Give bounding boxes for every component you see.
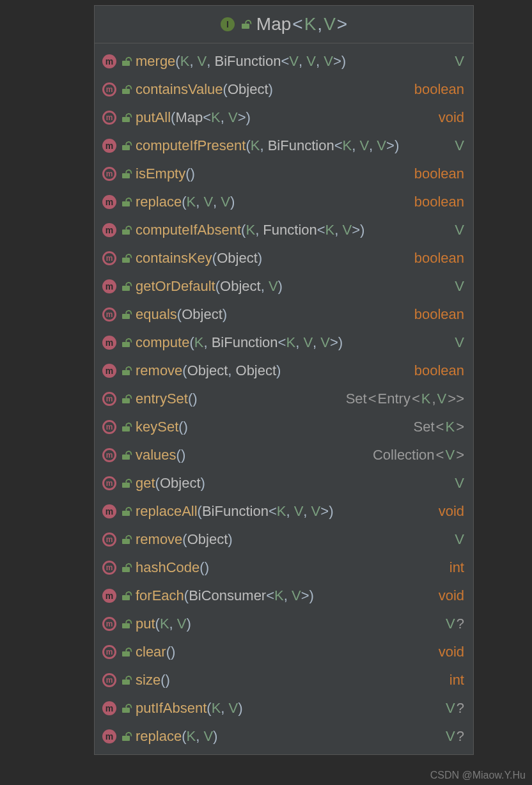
method-icon: m <box>102 82 116 97</box>
lock-open-icon <box>121 591 130 600</box>
method-icon: m <box>102 729 116 743</box>
method-icon: m <box>102 336 116 350</box>
method-item[interactable]: mvalues()Collection<V> <box>95 441 473 469</box>
method-icon: m <box>102 364 116 378</box>
method-signature: get(Object) <box>136 475 450 492</box>
return-type: Set<K> <box>414 419 464 435</box>
method-item[interactable]: mcontainsKey(Object)boolean <box>95 244 473 272</box>
method-signature: entrySet() <box>136 391 341 407</box>
method-item[interactable]: mequals(Object)boolean <box>95 300 473 329</box>
lock-open-icon <box>121 704 130 713</box>
method-item[interactable]: mentrySet()Set<Entry<K, V>> <box>95 385 473 413</box>
method-item[interactable]: mkeySet()Set<K> <box>95 413 473 441</box>
lock-open-icon <box>121 338 130 347</box>
return-type: V? <box>446 616 464 632</box>
return-type: int <box>450 559 464 576</box>
lock-open-icon <box>121 282 130 291</box>
lock-open-icon <box>121 676 130 685</box>
method-item[interactable]: mmerge(K, V, BiFunction<V, V, V>)V <box>95 47 473 75</box>
method-item[interactable]: mget(Object)V <box>95 469 473 497</box>
method-icon: m <box>102 504 116 518</box>
method-item[interactable]: mremove(Object)V <box>95 525 473 554</box>
method-item[interactable]: misEmpty()boolean <box>95 160 473 188</box>
lock-open-icon <box>121 479 130 488</box>
return-type: boolean <box>414 81 464 98</box>
return-type: boolean <box>414 194 464 210</box>
method-item[interactable]: mhashCode()int <box>95 554 473 582</box>
watermark: CSDN @Miaow.Y.Hu <box>430 770 526 781</box>
return-type: V <box>455 475 464 492</box>
method-icon: m <box>102 701 116 715</box>
method-icon: m <box>102 392 116 406</box>
method-item[interactable]: msize()int <box>95 666 473 694</box>
method-item[interactable]: mput(K, V)V? <box>95 610 473 638</box>
return-type: Set<Entry<K, V>> <box>346 391 464 407</box>
method-icon: m <box>102 223 116 237</box>
method-icon: m <box>102 279 116 293</box>
lock-open-icon <box>121 619 130 628</box>
method-item[interactable]: mcontainsValue(Object)boolean <box>95 75 473 104</box>
method-icon: m <box>102 420 116 434</box>
lock-open-icon <box>121 535 130 544</box>
method-icon: m <box>102 139 116 153</box>
method-item[interactable]: mclear()void <box>95 638 473 666</box>
lock-open-icon <box>121 57 130 66</box>
lock-open-icon <box>121 394 130 403</box>
method-signature: computeIfPresent(K, BiFunction<K, V, V>) <box>136 137 450 154</box>
return-type: boolean <box>414 362 464 379</box>
lock-open-icon <box>121 141 130 150</box>
method-icon: m <box>102 561 116 575</box>
lock-open-icon <box>121 366 130 375</box>
lock-open-icon <box>121 563 130 572</box>
return-type: V <box>455 278 464 295</box>
method-item[interactable]: mputIfAbsent(K, V)V? <box>95 694 473 722</box>
return-type: void <box>439 587 464 604</box>
method-signature: isEmpty() <box>136 166 409 182</box>
method-icon: m <box>102 448 116 462</box>
method-item[interactable]: mreplace(K, V, V)boolean <box>95 188 473 216</box>
method-signature: putIfAbsent(K, V) <box>136 700 441 717</box>
return-type: void <box>439 503 464 520</box>
lock-open-icon <box>121 732 130 741</box>
lock-open-icon <box>121 310 130 319</box>
popup-header: I Map<K, V> <box>95 6 473 43</box>
method-signature: equals(Object) <box>136 306 409 323</box>
method-icon: m <box>102 645 116 659</box>
method-signature: getOrDefault(Object, V) <box>136 278 450 295</box>
method-item[interactable]: mreplace(K, V)V? <box>95 722 473 750</box>
method-signature: hashCode() <box>136 559 444 576</box>
method-signature: size() <box>136 672 444 688</box>
return-type: void <box>439 109 464 126</box>
method-item[interactable]: mcomputeIfAbsent(K, Function<K, V>)V <box>95 216 473 244</box>
method-item[interactable]: mreplaceAll(BiFunction<K, V, V>)void <box>95 497 473 525</box>
lock-open-icon <box>121 226 130 235</box>
method-signature: computeIfAbsent(K, Function<K, V>) <box>136 222 450 238</box>
return-type: V? <box>446 700 464 717</box>
method-icon: m <box>102 589 116 603</box>
lock-open-icon <box>121 648 130 657</box>
method-icon: m <box>102 195 116 209</box>
method-item[interactable]: mcompute(K, BiFunction<K, V, V>)V <box>95 329 473 357</box>
popup-title: Map<K, V> <box>256 14 347 35</box>
method-item[interactable]: mgetOrDefault(Object, V)V <box>95 272 473 300</box>
method-item[interactable]: mputAll(Map<K, V>)void <box>95 104 473 132</box>
return-type: void <box>439 644 464 660</box>
return-type: V <box>455 137 464 154</box>
method-item[interactable]: mforEach(BiConsumer<K, V>)void <box>95 582 473 610</box>
method-icon: m <box>102 532 116 547</box>
method-item[interactable]: mremove(Object, Object)boolean <box>95 357 473 385</box>
method-signature: compute(K, BiFunction<K, V, V>) <box>136 334 450 351</box>
method-icon: m <box>102 111 116 125</box>
method-signature: putAll(Map<K, V>) <box>136 109 434 126</box>
return-type: V? <box>446 728 464 745</box>
method-signature: remove(Object) <box>136 531 450 548</box>
method-signature: replaceAll(BiFunction<K, V, V>) <box>136 503 434 520</box>
method-icon: m <box>102 673 116 687</box>
lock-open-icon <box>121 198 130 206</box>
method-list: mmerge(K, V, BiFunction<V, V, V>)Vmconta… <box>95 43 473 754</box>
lock-open-icon <box>121 254 130 263</box>
return-type: Collection<V> <box>373 447 464 463</box>
method-item[interactable]: mcomputeIfPresent(K, BiFunction<K, V, V>… <box>95 132 473 160</box>
lock-open-icon <box>121 423 130 431</box>
method-signature: replace(K, V) <box>136 728 441 745</box>
